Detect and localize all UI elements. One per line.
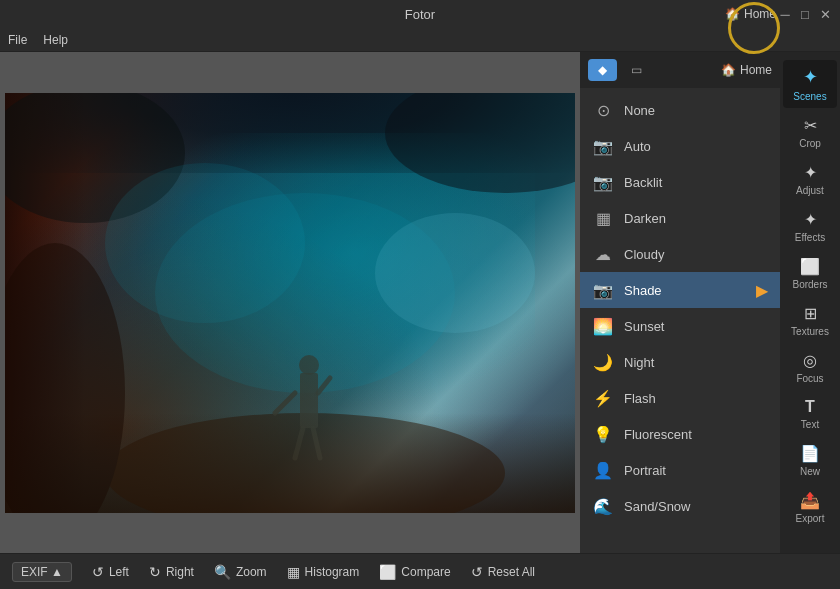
tool-focus[interactable]: ◎ Focus: [783, 345, 837, 390]
tool-borders[interactable]: ⬜ Borders: [783, 251, 837, 296]
svg-point-1: [385, 93, 575, 193]
compare-label: Compare: [401, 565, 450, 579]
scene-fluorescent-label: Fluorescent: [624, 427, 692, 442]
rotate-left-button[interactable]: ↺ Left: [92, 564, 129, 580]
bottom-bar: EXIF ▲ ↺ Left ↻ Right 🔍 Zoom ▦ Histogram…: [0, 553, 840, 589]
flash-icon: ⚡: [592, 387, 614, 409]
menu-bar: File Help: [0, 28, 840, 52]
scenes-list: ⊙ None 📷 Auto 📷 Backlit ▦ Darken ☁ Cloud…: [580, 88, 780, 553]
scene-shade-label: Shade: [624, 283, 662, 298]
scene-portrait-label: Portrait: [624, 463, 666, 478]
scene-darken[interactable]: ▦ Darken: [580, 200, 780, 236]
menu-help[interactable]: Help: [43, 33, 68, 47]
tab-diamond[interactable]: ◆: [588, 59, 617, 81]
sandsnow-icon: 🌊: [592, 495, 614, 517]
menu-file[interactable]: File: [8, 33, 27, 47]
borders-tool-icon: ⬜: [800, 257, 820, 276]
export-tool-icon: 📤: [800, 491, 820, 510]
exif-button[interactable]: EXIF ▲: [12, 562, 72, 582]
photo-background: [5, 93, 575, 513]
tool-textures[interactable]: ⊞ Textures: [783, 298, 837, 343]
effects-tool-label: Effects: [795, 232, 825, 243]
compare-icon: ⬜: [379, 564, 396, 580]
night-icon: 🌙: [592, 351, 614, 373]
tool-export[interactable]: 📤 Export: [783, 485, 837, 530]
close-button[interactable]: ✕: [818, 7, 832, 21]
scene-portrait[interactable]: 👤 Portrait: [580, 452, 780, 488]
tool-scenes[interactable]: ✦ Scenes: [783, 60, 837, 108]
histogram-icon: ▦: [287, 564, 300, 580]
scene-sandsnow[interactable]: 🌊 Sand/Snow: [580, 488, 780, 524]
app-title: Fotor: [405, 7, 435, 22]
scene-backlit-label: Backlit: [624, 175, 662, 190]
scene-backlit[interactable]: 📷 Backlit: [580, 164, 780, 200]
rotate-left-label: Left: [109, 565, 129, 579]
scene-none-label: None: [624, 103, 655, 118]
rotate-right-button[interactable]: ↻ Right: [149, 564, 194, 580]
sunset-icon: 🌅: [592, 315, 614, 337]
backlit-icon: 📷: [592, 171, 614, 193]
tool-adjust[interactable]: ✦ Adjust: [783, 157, 837, 202]
tool-new[interactable]: 📄 New: [783, 438, 837, 483]
reset-label: Reset All: [488, 565, 535, 579]
borders-tool-label: Borders: [792, 279, 827, 290]
scene-sunset-label: Sunset: [624, 319, 664, 334]
effects-tool-icon: ✦: [804, 210, 817, 229]
scene-night[interactable]: 🌙 Night: [580, 344, 780, 380]
scene-fluorescent[interactable]: 💡 Fluorescent: [580, 416, 780, 452]
fluorescent-icon: 💡: [592, 423, 614, 445]
tool-crop[interactable]: ✂ Crop: [783, 110, 837, 155]
scene-shade[interactable]: 📷 Shade ▶: [580, 272, 780, 308]
scene-cloudy-label: Cloudy: [624, 247, 664, 262]
crop-tool-label: Crop: [799, 138, 821, 149]
adjust-tool-label: Adjust: [796, 185, 824, 196]
scenes-panel: ◆ ▭ 🏠 Home ⊙ None 📷 Auto 📷 Backlit ▦: [580, 52, 780, 553]
svg-point-3: [5, 243, 125, 513]
histogram-button[interactable]: ▦ Histogram: [287, 564, 360, 580]
compare-button[interactable]: ⬜ Compare: [379, 564, 450, 580]
rotate-right-icon: ↻: [149, 564, 161, 580]
scenes-tool-label: Scenes: [793, 91, 826, 102]
home-button-top[interactable]: 🏠 Home: [717, 0, 784, 28]
svg-point-6: [375, 213, 535, 333]
scene-sandsnow-label: Sand/Snow: [624, 499, 691, 514]
adjust-tool-icon: ✦: [804, 163, 817, 182]
scene-cloudy[interactable]: ☁ Cloudy: [580, 236, 780, 272]
zoom-button[interactable]: 🔍 Zoom: [214, 564, 267, 580]
text-tool-label: Text: [801, 419, 819, 430]
home-icon-top: 🏠: [725, 7, 740, 21]
scene-flash-label: Flash: [624, 391, 656, 406]
crop-tool-icon: ✂: [804, 116, 817, 135]
panel-tabs: ◆ ▭ 🏠 Home: [580, 52, 780, 88]
svg-point-8: [299, 355, 319, 375]
exif-label: EXIF ▲: [21, 565, 63, 579]
home-label-top: Home: [744, 7, 776, 21]
tool-effects[interactable]: ✦ Effects: [783, 204, 837, 249]
scene-flash[interactable]: ⚡ Flash: [580, 380, 780, 416]
darken-icon: ▦: [592, 207, 614, 229]
new-tool-label: New: [800, 466, 820, 477]
main-layout: ◆ ▭ 🏠 Home ⊙ None 📷 Auto 📷 Backlit ▦: [0, 52, 840, 553]
rotate-left-icon: ↺: [92, 564, 104, 580]
tab-square[interactable]: ▭: [621, 59, 652, 81]
cave-svg: [5, 93, 575, 513]
reset-icon: ↺: [471, 564, 483, 580]
text-tool-icon: T: [805, 398, 815, 416]
cloudy-icon: ☁: [592, 243, 614, 265]
scene-night-label: Night: [624, 355, 654, 370]
export-tool-label: Export: [796, 513, 825, 524]
home-icon-panel: 🏠: [721, 63, 736, 77]
scene-auto[interactable]: 📷 Auto: [580, 128, 780, 164]
focus-tool-icon: ◎: [803, 351, 817, 370]
photo-canvas: [5, 93, 575, 513]
reset-button[interactable]: ↺ Reset All: [471, 564, 535, 580]
scene-none[interactable]: ⊙ None: [580, 92, 780, 128]
shade-icon: 📷: [592, 279, 614, 301]
restore-button[interactable]: □: [798, 7, 812, 21]
canvas-area: [0, 52, 580, 553]
home-button-panel[interactable]: 🏠 Home: [721, 63, 772, 77]
scene-shade-check: ▶: [756, 281, 768, 300]
scene-sunset[interactable]: 🌅 Sunset: [580, 308, 780, 344]
home-label-panel: Home: [740, 63, 772, 77]
tool-text[interactable]: T Text: [783, 392, 837, 436]
